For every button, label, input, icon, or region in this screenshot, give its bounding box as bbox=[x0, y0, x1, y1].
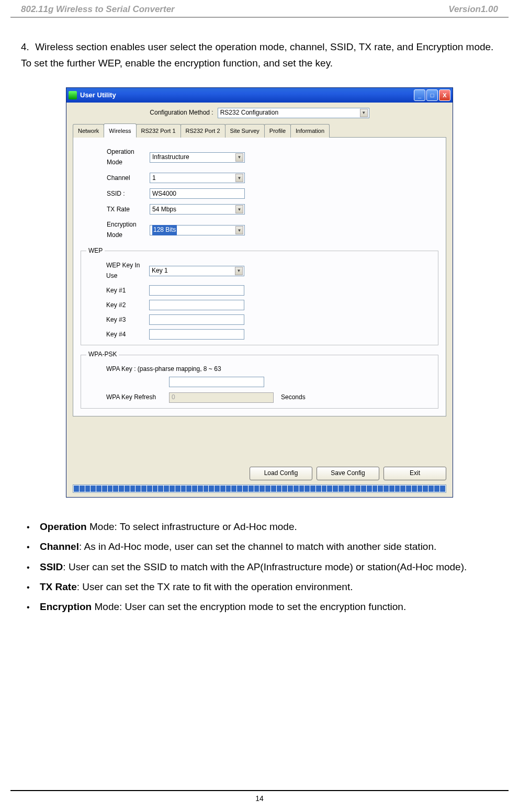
chevron-down-icon: ▼ bbox=[235, 153, 243, 162]
wep-key2-row: Key #2 bbox=[86, 300, 433, 310]
chevron-down-icon: ▼ bbox=[235, 226, 243, 234]
wpa-key-label: WPA Key : (pass-pharse mapping, 8 ~ 63 bbox=[86, 364, 433, 375]
wpa-refresh-unit: Seconds bbox=[281, 392, 306, 403]
wep-key3-label: Key #3 bbox=[86, 315, 149, 325]
wep-legend: WEP bbox=[86, 246, 105, 256]
window-title: User Utility bbox=[80, 89, 414, 100]
window-buttons: _ □ X bbox=[414, 89, 450, 101]
ssid-input[interactable]: WS4000 bbox=[150, 188, 245, 199]
app-icon bbox=[69, 91, 77, 99]
minimize-button[interactable]: _ bbox=[414, 89, 425, 101]
chevron-down-icon: ▼ bbox=[360, 109, 368, 117]
bullet-operation: Operation Mode: To select infrastructure… bbox=[37, 518, 498, 535]
tab-wireless[interactable]: Wireless bbox=[104, 123, 136, 138]
operation-mode-select[interactable]: Infrastructure ▼ bbox=[150, 152, 245, 163]
chevron-down-icon: ▼ bbox=[235, 205, 243, 213]
operation-mode-row: Operation Mode Infrastructure ▼ bbox=[81, 147, 438, 168]
chevron-down-icon: ▼ bbox=[235, 267, 243, 275]
wireless-pane: Operation Mode Infrastructure ▼ Channel … bbox=[73, 138, 446, 416]
tx-rate-row: TX Rate 54 Mbps ▼ bbox=[81, 204, 438, 215]
bottom-buttons: Load Config Save Config Exit bbox=[73, 467, 446, 480]
wpa-legend: WPA-PSK bbox=[86, 349, 119, 360]
wpa-key-input[interactable] bbox=[169, 377, 264, 387]
config-method-value: RS232 Configuration bbox=[220, 108, 358, 118]
bullet-encryption: Encryption Mode: User can set the encryp… bbox=[37, 599, 498, 615]
encryption-select[interactable]: 128 Bits ▼ bbox=[150, 225, 245, 235]
save-config-button[interactable]: Save Config bbox=[317, 467, 379, 480]
wep-key3-input[interactable] bbox=[149, 314, 244, 325]
tab-rs232-port-1[interactable]: RS232 Port 1 bbox=[136, 124, 181, 138]
wep-key3-row: Key #3 bbox=[86, 314, 433, 325]
tx-rate-label: TX Rate bbox=[81, 205, 150, 215]
wep-key2-input[interactable] bbox=[149, 300, 244, 310]
step-item: 4. Wireless section enables user select … bbox=[21, 39, 498, 72]
config-method-select[interactable]: RS232 Configuration ▼ bbox=[218, 108, 369, 118]
bullet-list: Operation Mode: To select infrastructure… bbox=[37, 518, 498, 615]
wpa-refresh-input: 0 bbox=[169, 392, 274, 403]
tab-network[interactable]: Network bbox=[73, 124, 104, 138]
wep-key-in-use-select[interactable]: Key 1 ▼ bbox=[149, 266, 244, 276]
tab-information[interactable]: Information bbox=[290, 124, 330, 138]
progress-bar bbox=[73, 484, 446, 493]
page-body: 4. Wireless section enables user select … bbox=[0, 18, 519, 629]
tx-rate-select[interactable]: 54 Mbps ▼ bbox=[150, 204, 245, 215]
bullet-channel: Channel: As in Ad-Hoc mode, user can set… bbox=[37, 538, 498, 555]
config-method-label: Configuration Method : bbox=[150, 108, 213, 118]
wep-key2-label: Key #2 bbox=[86, 300, 149, 311]
wep-key4-input[interactable] bbox=[149, 329, 244, 340]
wep-key1-label: Key #1 bbox=[86, 286, 149, 296]
tab-site-survey[interactable]: Site Survey bbox=[225, 124, 265, 138]
page-header: 802.11g Wireless to Serial Converter Ver… bbox=[10, 0, 509, 18]
config-method-row: Configuration Method : RS232 Configurati… bbox=[73, 108, 446, 118]
ssid-row: SSID : WS4000 bbox=[81, 188, 438, 199]
tab-profile[interactable]: Profile bbox=[264, 124, 291, 138]
header-left: 802.11g Wireless to Serial Converter bbox=[21, 4, 175, 15]
close-button[interactable]: X bbox=[439, 89, 450, 101]
tabs: Network Wireless RS232 Port 1 RS232 Port… bbox=[73, 123, 446, 138]
step-text: Wireless section enables user select the… bbox=[21, 41, 493, 69]
wep-key1-row: Key #1 bbox=[86, 285, 433, 296]
operation-mode-label: Operation Mode bbox=[81, 147, 150, 168]
titlebar: User Utility _ □ X bbox=[66, 88, 453, 103]
ssid-label: SSID : bbox=[81, 189, 150, 199]
wpa-key-input-row bbox=[86, 377, 433, 387]
channel-row: Channel 1 ▼ bbox=[81, 173, 438, 183]
wpa-refresh-row: WPA Key Refresh 0 Seconds bbox=[86, 392, 433, 403]
bullet-txrate: TX Rate: User can set the TX rate to fit… bbox=[37, 579, 498, 595]
chevron-down-icon: ▼ bbox=[235, 174, 243, 182]
encryption-row: Encryption Mode 128 Bits ▼ bbox=[81, 220, 438, 241]
channel-select[interactable]: 1 ▼ bbox=[150, 173, 245, 183]
exit-button[interactable]: Exit bbox=[383, 467, 446, 480]
header-right: Version1.00 bbox=[448, 4, 498, 15]
wep-key4-row: Key #4 bbox=[86, 329, 433, 340]
wep-key1-input[interactable] bbox=[149, 285, 244, 296]
wep-key4-label: Key #4 bbox=[86, 330, 149, 340]
channel-label: Channel bbox=[81, 173, 150, 184]
step-number: 4. bbox=[21, 41, 29, 52]
wep-key-in-use-label: WEP Key In Use bbox=[86, 261, 149, 281]
bullet-ssid: SSID: User can set the SSID to match wit… bbox=[37, 559, 498, 576]
tab-rs232-port-2[interactable]: RS232 Port 2 bbox=[180, 124, 225, 138]
wep-key-in-use-row: WEP Key In Use Key 1 ▼ bbox=[86, 261, 433, 281]
load-config-button[interactable]: Load Config bbox=[250, 467, 312, 480]
app-window: User Utility _ □ X Configuration Method … bbox=[66, 87, 453, 498]
screenshot-container: User Utility _ □ X Configuration Method … bbox=[21, 87, 498, 498]
encryption-label: Encryption Mode bbox=[81, 220, 150, 241]
maximize-button[interactable]: □ bbox=[426, 89, 438, 101]
window-body: Configuration Method : RS232 Configurati… bbox=[66, 103, 453, 497]
wep-group: WEP WEP Key In Use Key 1 ▼ Key #1 bbox=[81, 246, 438, 345]
page-number: 14 bbox=[0, 790, 519, 803]
wpa-group: WPA-PSK WPA Key : (pass-pharse mapping, … bbox=[81, 349, 438, 409]
wpa-refresh-label: WPA Key Refresh bbox=[106, 392, 169, 403]
